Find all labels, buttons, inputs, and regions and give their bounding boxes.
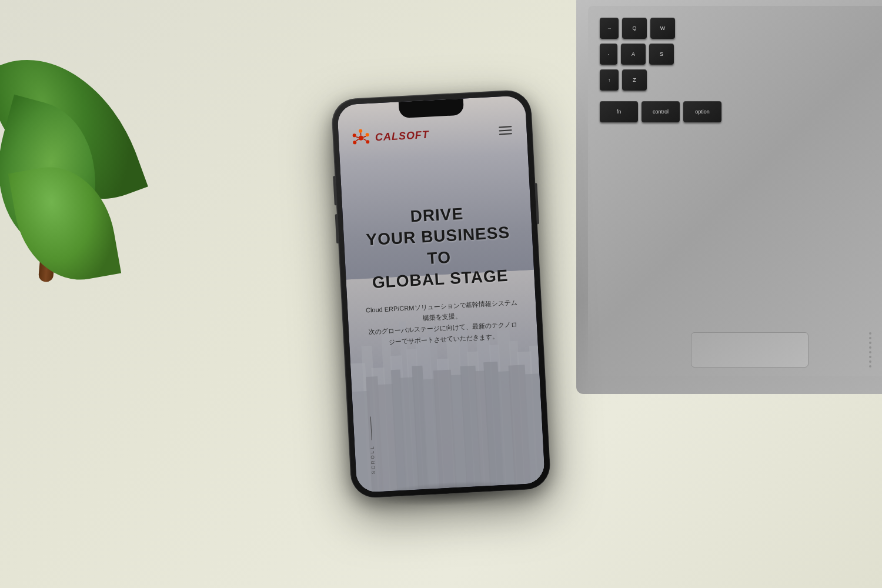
scroll-line	[370, 417, 372, 440]
calsoft-logo-icon	[350, 127, 372, 149]
svg-point-35	[359, 136, 363, 141]
key-q[interactable]: Q	[622, 18, 647, 39]
svg-line-42	[363, 136, 366, 138]
svg-point-36	[359, 129, 362, 133]
key-z[interactable]: Z	[622, 69, 647, 91]
hamburger-line-2	[499, 129, 512, 131]
key-control[interactable]: control	[642, 101, 680, 122]
nav-logo: CALSOFT	[350, 124, 430, 149]
hamburger-menu-button[interactable]	[496, 123, 515, 138]
logo-text: CALSOFT	[375, 128, 429, 143]
svg-point-38	[353, 133, 356, 137]
svg-point-39	[353, 141, 356, 144]
key-arrow-right[interactable]: →	[600, 18, 619, 39]
key-fn[interactable]: fn	[600, 101, 638, 122]
hero-title: DRIVE YOUR BUSINESS TO GLOBAL STAGE	[354, 201, 523, 295]
svg-line-44	[356, 139, 359, 141]
hero-subtitle: Cloud ERP/CRMソリューションで基幹情報システム 構築を支援。 次のグ…	[359, 296, 526, 349]
trackpad[interactable]	[691, 332, 808, 368]
hamburger-line-1	[499, 126, 512, 128]
phone-notch	[399, 99, 464, 119]
key-a[interactable]: A	[621, 44, 646, 65]
phone-body: CALSOFT DRIVE YOUR BUSINESS TO GLOBAL ST…	[330, 89, 551, 499]
key-dot[interactable]: ·	[600, 44, 617, 65]
laptop-keyboard: → Q W · A S ↑ Z fn control	[570, 0, 882, 406]
svg-point-37	[366, 133, 369, 136]
svg-line-43	[356, 136, 359, 138]
svg-point-40	[366, 140, 369, 143]
phone-screen: CALSOFT DRIVE YOUR BUSINESS TO GLOBAL ST…	[337, 95, 545, 493]
speaker-grill	[861, 332, 879, 368]
key-s[interactable]: S	[649, 44, 674, 65]
smartphone: CALSOFT DRIVE YOUR BUSINESS TO GLOBAL ST…	[330, 89, 551, 499]
plant-decoration	[0, 0, 171, 341]
key-option[interactable]: option	[683, 101, 721, 122]
hamburger-line-3	[499, 133, 512, 135]
hero-section: DRIVE YOUR BUSINESS TO GLOBAL STAGE Clou…	[342, 200, 537, 350]
key-up-arrow[interactable]: ↑	[600, 69, 619, 91]
key-w[interactable]: W	[650, 18, 675, 39]
svg-line-45	[363, 139, 366, 141]
